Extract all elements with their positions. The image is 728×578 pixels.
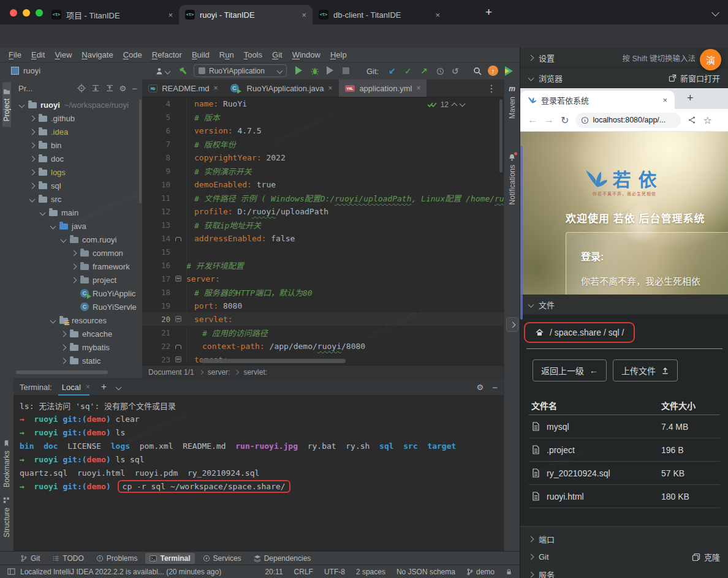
clone-button[interactable]: 克隆: [692, 551, 720, 563]
breadcrumb-item[interactable]: Document 1/1: [148, 368, 194, 377]
mini-share-icon[interactable]: [688, 116, 696, 124]
git-push-icon[interactable]: ↗: [420, 66, 428, 76]
minimize-window-button[interactable]: [23, 9, 30, 17]
prev-problem-icon[interactable]: [452, 103, 458, 109]
close-tab-icon[interactable]: ×: [431, 10, 440, 20]
sidebar-section-ports[interactable]: 端口: [520, 530, 728, 548]
close-window-button[interactable]: [10, 9, 17, 17]
status-message[interactable]: Localized IntelliJ IDEA 2022.2.2 is avai…: [20, 568, 221, 576]
menu-item-build[interactable]: Build: [187, 50, 214, 59]
collapse-all-icon[interactable]: [105, 84, 114, 92]
status-widget[interactable]: CRLF: [294, 568, 313, 576]
menu-item-edit[interactable]: Edit: [26, 50, 50, 59]
editor-code[interactable]: 4name: RuoYi5# 版本6version: 4.7.57# 版权年份8…: [142, 97, 504, 365]
go-up-button[interactable]: 返回上一级 ←: [533, 359, 607, 381]
editor-line-17[interactable]: 17server:: [142, 272, 504, 285]
close-terminal-tab-icon[interactable]: ×: [86, 383, 90, 391]
menu-item-window[interactable]: Window: [287, 50, 325, 59]
upload-file-button[interactable]: 上传文件: [613, 359, 678, 381]
editor-line-16[interactable]: 16# 开发环境配置: [142, 258, 504, 272]
status-widget[interactable]: 2 spaces: [356, 568, 385, 576]
clamp-marker-icon[interactable]: [175, 237, 181, 241]
readonly-lock-icon[interactable]: [506, 568, 512, 576]
breadcrumb-item[interactable]: servlet:: [243, 368, 267, 377]
toolwindow-button-problems[interactable]: Problems: [92, 553, 142, 564]
sidebar-section-git[interactable]: Git 克隆: [520, 548, 728, 566]
clamp-marker-icon[interactable]: [175, 345, 181, 349]
editor-line-14[interactable]: 14addressEnabled: false: [142, 231, 504, 245]
menu-item-view[interactable]: View: [50, 50, 77, 59]
menu-item-file[interactable]: File: [4, 50, 26, 59]
sidebar-section-settings[interactable]: 设置 按 Shift 键切换输入法: [520, 48, 728, 68]
stripe-tab-bookmarks[interactable]: Bookmarks: [2, 440, 11, 487]
close-editor-tab-icon[interactable]: ×: [328, 84, 333, 92]
ide-window-icon[interactable]: [7, 568, 15, 576]
debug-button[interactable]: [311, 67, 319, 75]
breadcrumb-item[interactable]: server:: [208, 368, 230, 377]
status-git-branch[interactable]: demo: [466, 568, 495, 576]
tree-item-ehcache[interactable]: ehcache: [13, 327, 140, 340]
files-breadcrumb[interactable]: / space.share / sql /: [524, 322, 635, 343]
tree-item-framework[interactable]: framework: [13, 260, 140, 273]
tree-item-common[interactable]: common: [13, 246, 140, 260]
editor-line-10[interactable]: 10demoEnabled: true: [142, 178, 504, 191]
file-row-.project[interactable]: .project196 B: [529, 438, 720, 462]
tree-item-java[interactable]: java: [13, 219, 140, 233]
editor-line-18[interactable]: 18# 服务器的HTTP端口，默认为80: [142, 285, 504, 299]
editor-line-9[interactable]: 9# 实例演示开关: [142, 164, 504, 178]
rollback-icon[interactable]: ↺: [452, 66, 459, 76]
titanide-run-icon[interactable]: [505, 66, 513, 76]
status-widget[interactable]: No JSON schema: [396, 568, 455, 576]
stripe-tab-project[interactable]: Project: [2, 82, 11, 127]
close-tab-icon[interactable]: ×: [164, 10, 173, 20]
toolwindow-button-todo[interactable]: TODO: [48, 553, 88, 564]
new-tab-button[interactable]: +: [485, 6, 492, 19]
tree-item-RuoYiServle[interactable]: CRuoYiServle: [13, 300, 140, 313]
menu-item-navigate[interactable]: Navigate: [77, 50, 118, 59]
editor-line-11[interactable]: 11# 文件路径 示例 ( Windows配置D:/ruoyi/uploadPa…: [142, 191, 504, 205]
stop-button[interactable]: [343, 66, 349, 74]
hide-terminal-icon[interactable]: −: [492, 382, 498, 392]
close-editor-tab-icon[interactable]: ×: [214, 84, 218, 92]
expand-panel-button[interactable]: [506, 317, 518, 332]
editor-line-5[interactable]: 5# 版本: [142, 110, 504, 124]
chrome-tab[interactable]: <t>db-client - TitanIDE×: [313, 5, 446, 24]
terminal-output[interactable]: ls: 无法访问 'sq': 没有那个文件或目录→ ruoyi git:(dem…: [20, 399, 499, 552]
git-history-icon[interactable]: [436, 67, 444, 75]
fold-marker-icon[interactable]: [175, 356, 181, 362]
tab-search-chevron-icon[interactable]: [711, 9, 719, 17]
chrome-tab[interactable]: <t>项目 - TitanIDE×: [45, 5, 179, 24]
project-horizontal-scrollbar[interactable]: [16, 370, 108, 374]
editor-tab[interactable]: CRuoYiApplication.java×: [224, 80, 339, 97]
editor-line-19[interactable]: 19port: 8080: [142, 299, 504, 312]
toolwindow-button-services[interactable]: Services: [199, 553, 246, 564]
menu-item-help[interactable]: Help: [325, 50, 352, 59]
mini-back-icon[interactable]: ←: [528, 114, 537, 126]
user-menu-button[interactable]: [155, 67, 170, 75]
editor-line-20[interactable]: 20servlet:: [142, 312, 504, 326]
tree-item-logs[interactable]: logs: [13, 165, 140, 179]
locate-file-icon[interactable]: [77, 84, 86, 92]
tree-item-.idea[interactable]: .idea: [13, 125, 140, 138]
sidebar-section-browser[interactable]: 浏览器 新窗口打开: [520, 68, 728, 88]
tree-item-RuoYiApplic[interactable]: CRuoYiApplic: [13, 287, 140, 300]
tree-item-src[interactable]: src: [13, 192, 140, 206]
editor-line-21[interactable]: 21# 应用的访问路径: [142, 326, 504, 339]
terminal-tab-local[interactable]: Local: [62, 383, 81, 392]
file-row-ruoyi.html[interactable]: ruoyi.html180 KB: [529, 485, 720, 508]
mini-address-bar[interactable]: localhost:8080/app/...: [575, 113, 681, 128]
tree-item-sql[interactable]: sql: [13, 179, 140, 192]
editor-line-12[interactable]: 12profile: D:/ruoyi/uploadPath: [142, 205, 504, 218]
toolwindow-button-dependencies[interactable]: Dependencies: [249, 553, 316, 564]
mini-forward-icon[interactable]: →: [544, 114, 554, 126]
editor-line-8[interactable]: 8copyrightYear: 2022: [142, 151, 504, 164]
tree-item-mybatis[interactable]: mybatis: [13, 340, 140, 354]
editor-line-15[interactable]: 15: [142, 245, 504, 258]
menu-item-refactor[interactable]: Refactor: [147, 50, 187, 59]
file-row-ry_20210924.sql[interactable]: ry_20210924.sql57 KB: [529, 462, 720, 485]
chrome-tab[interactable]: <t>ruoyi - TitanIDE×: [179, 5, 313, 24]
tree-item-bin[interactable]: bin: [13, 138, 140, 152]
menu-item-git[interactable]: Git: [267, 50, 287, 59]
demo-badge[interactable]: 演: [700, 49, 721, 70]
editor-line-22[interactable]: 22context-path: /app/demo/ruoyi/8080: [142, 339, 504, 353]
